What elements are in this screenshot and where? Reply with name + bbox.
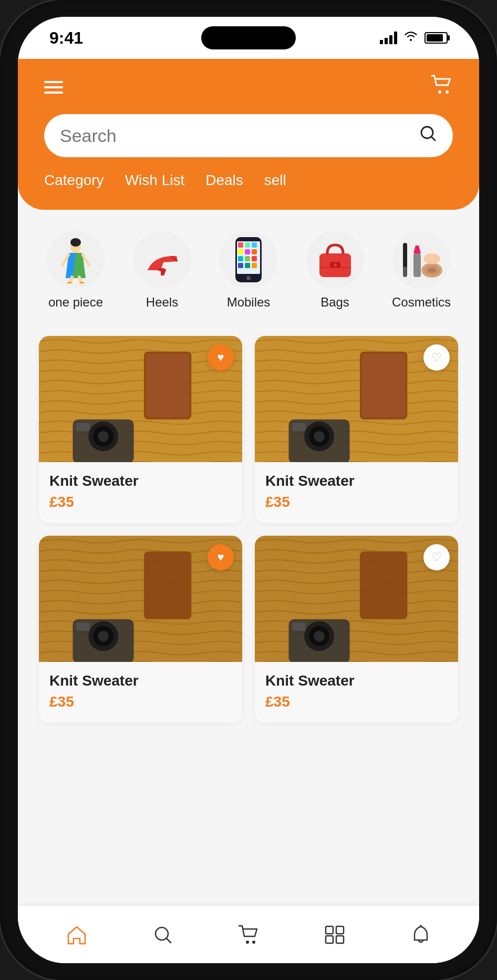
category-icon-mobiles	[220, 231, 277, 289]
product-price-1: £35	[49, 494, 232, 511]
svg-rect-74	[326, 926, 333, 934]
categories-icon	[324, 925, 345, 945]
product-image-wrap-2: ♡	[255, 336, 458, 462]
products-grid: ♥ Knit Sweater £35	[39, 336, 458, 723]
menu-icon	[44, 81, 63, 94]
category-item-one-piece[interactable]: one piece	[39, 231, 112, 310]
bottom-nav-home[interactable]	[56, 920, 98, 950]
categories-section: one piece Heels	[39, 231, 458, 310]
bottom-nav	[18, 905, 479, 963]
svg-point-53	[314, 431, 325, 442]
wifi-icon	[403, 30, 418, 45]
header-top	[44, 75, 453, 99]
bottom-nav-categories[interactable]	[314, 920, 356, 950]
product-name-1: Knit Sweater	[49, 473, 232, 489]
svg-rect-21	[252, 249, 257, 254]
search-icon	[153, 925, 173, 945]
svg-rect-63	[144, 552, 191, 619]
product-info-1: Knit Sweater £35	[39, 462, 242, 523]
product-card-2[interactable]: ♡ Knit Sweater £35	[255, 336, 458, 523]
product-info-3: Knit Sweater £35	[39, 662, 242, 723]
menu-button[interactable]	[44, 81, 63, 94]
svg-rect-27	[252, 263, 257, 268]
search-bar[interactable]	[44, 114, 453, 157]
category-label-cosmetics: Cosmetics	[392, 295, 451, 310]
product-price-3: £35	[49, 693, 232, 710]
heart-icon-4: ♡	[431, 552, 442, 563]
svg-rect-26	[245, 263, 250, 268]
svg-point-31	[334, 263, 337, 267]
bottom-nav-notifications[interactable]	[400, 919, 441, 951]
nav-category[interactable]: Category	[44, 172, 104, 189]
svg-point-45	[98, 431, 109, 442]
svg-rect-62	[76, 622, 90, 630]
nav-wishlist[interactable]: Wish List	[125, 172, 185, 189]
svg-point-1	[446, 90, 449, 94]
heart-icon-3: ♥	[217, 552, 224, 563]
product-image-wrap-3: ♥	[39, 536, 242, 662]
favorite-button-4[interactable]: ♡	[423, 544, 450, 570]
nav-sell[interactable]: sell	[264, 172, 286, 189]
svg-point-4	[70, 238, 81, 247]
svg-point-73	[252, 941, 255, 944]
svg-rect-35	[413, 253, 421, 277]
product-price-2: £35	[265, 494, 448, 511]
category-item-bags[interactable]: Bags	[298, 231, 372, 310]
cart-button[interactable]	[431, 75, 453, 99]
product-name-3: Knit Sweater	[49, 672, 232, 689]
status-icons	[380, 30, 448, 45]
svg-rect-16	[238, 242, 243, 248]
svg-point-40	[423, 253, 440, 264]
favorite-button-2[interactable]: ♡	[423, 344, 450, 371]
heart-icon-1: ♥	[217, 352, 224, 363]
status-time: 9:41	[49, 28, 83, 48]
svg-rect-75	[336, 926, 344, 934]
bell-icon	[411, 924, 431, 945]
category-icon-cosmetics	[392, 231, 450, 289]
category-label-heels: Heels	[146, 295, 178, 310]
favorite-button-3[interactable]: ♥	[208, 544, 234, 570]
home-icon	[66, 925, 87, 945]
product-card-1[interactable]: ♥ Knit Sweater £35	[39, 336, 242, 523]
product-card-4[interactable]: ♡ Knit Sweater £35	[255, 536, 458, 723]
svg-rect-17	[245, 242, 250, 248]
content: one piece Heels	[18, 210, 479, 963]
svg-rect-48	[146, 354, 190, 417]
svg-rect-19	[238, 249, 243, 254]
svg-rect-34	[403, 267, 407, 277]
category-item-mobiles[interactable]: Mobiles	[212, 231, 285, 310]
svg-marker-36	[413, 246, 421, 253]
svg-rect-22	[238, 256, 243, 261]
category-label-one-piece: one piece	[48, 295, 103, 310]
svg-point-61	[98, 631, 109, 642]
cart-icon	[431, 75, 453, 99]
battery-icon	[424, 32, 448, 44]
product-info-4: Knit Sweater £35	[255, 662, 458, 723]
svg-rect-77	[336, 936, 344, 943]
product-name-4: Knit Sweater	[265, 672, 448, 689]
product-card-3[interactable]: ♥ Knit Sweater £35	[39, 536, 242, 723]
search-button[interactable]	[419, 125, 437, 147]
header: Category Wish List Deals sell	[18, 59, 479, 210]
svg-rect-33	[403, 243, 407, 269]
bottom-nav-cart[interactable]	[227, 920, 270, 950]
nav-deals[interactable]: Deals	[205, 172, 243, 189]
svg-rect-70	[360, 552, 407, 619]
svg-rect-76	[326, 936, 333, 943]
screen: 9:41	[18, 17, 479, 963]
category-item-cosmetics[interactable]: Cosmetics	[385, 231, 458, 310]
category-label-bags: Bags	[320, 295, 349, 310]
svg-rect-20	[245, 249, 250, 254]
product-name-2: Knit Sweater	[265, 473, 448, 489]
cart-nav-icon	[238, 925, 259, 945]
svg-rect-23	[245, 256, 250, 261]
svg-rect-69	[292, 622, 306, 630]
category-icon-heels	[133, 231, 191, 289]
phone-frame: 9:41	[0, 0, 497, 980]
bottom-nav-search[interactable]	[142, 920, 183, 950]
category-item-heels[interactable]: Heels	[126, 231, 199, 310]
product-image-wrap-4: ♡	[255, 536, 458, 662]
product-image-wrap-1: ♥	[39, 336, 242, 462]
favorite-button-1[interactable]: ♥	[208, 344, 234, 371]
search-input[interactable]	[60, 126, 419, 146]
